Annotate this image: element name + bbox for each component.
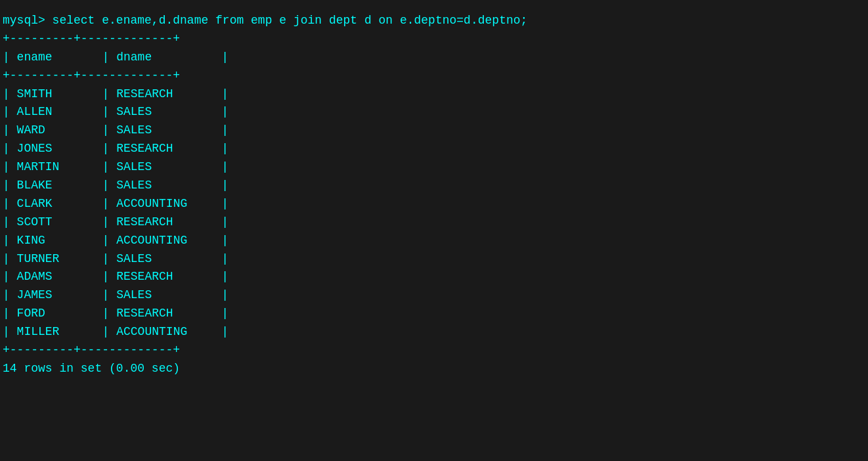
- cell-dname: SALES: [116, 158, 221, 177]
- table-row: | SMITH | RESEARCH|: [0, 85, 868, 104]
- header-ename: ename: [17, 49, 102, 67]
- cell-dname: SALES: [116, 286, 221, 305]
- table-row: | TURNER | SALES|: [0, 250, 868, 269]
- cell-ename: CLARK: [17, 195, 102, 213]
- table-row: | ADAMS | RESEARCH|: [0, 268, 868, 286]
- table-row: | BLAKE | SALES|: [0, 177, 868, 195]
- cell-ename: MARTIN: [17, 158, 102, 177]
- cell-dname: RESEARCH: [116, 85, 221, 104]
- table-row: | FORD | RESEARCH|: [0, 305, 868, 323]
- cell-ename: SCOTT: [17, 213, 102, 232]
- cell-dname: SALES: [116, 121, 221, 140]
- cell-dname: RESEARCH: [116, 268, 221, 286]
- cell-dname: SALES: [116, 177, 221, 195]
- cell-ename: MILLER: [17, 323, 102, 341]
- header-dname: dname: [116, 49, 221, 67]
- terminal-window: mysql> select e.ename,d.dname from emp e…: [0, 7, 868, 384]
- table-row: | WARD | SALES|: [0, 121, 868, 140]
- cell-dname: ACCOUNTING: [116, 195, 221, 213]
- table-row: | JAMES | SALES|: [0, 286, 868, 305]
- cell-ename: WARD: [17, 121, 102, 140]
- cell-ename: ADAMS: [17, 268, 102, 286]
- cell-dname: RESEARCH: [116, 305, 221, 323]
- border-bot: +---------+-------------+: [0, 341, 868, 360]
- table-row: | ALLEN | SALES|: [0, 103, 868, 121]
- table-body: | SMITH | RESEARCH|| ALLEN | SALES|| WAR…: [0, 85, 868, 341]
- table-row: | MILLER | ACCOUNTING|: [0, 323, 868, 341]
- cell-dname: RESEARCH: [116, 213, 221, 232]
- table-row: | JONES | RESEARCH|: [0, 140, 868, 158]
- table-row: | MARTIN | SALES|: [0, 158, 868, 177]
- border-mid: +---------+-------------+: [0, 67, 868, 85]
- cell-ename: ALLEN: [17, 103, 102, 121]
- cell-ename: TURNER: [17, 250, 102, 269]
- cell-dname: RESEARCH: [116, 140, 221, 158]
- summary-line: 14 rows in set (0.00 sec): [0, 360, 868, 378]
- cell-ename: JAMES: [17, 286, 102, 305]
- command-line: mysql> select e.ename,d.dname from emp e…: [0, 12, 868, 30]
- table-row: | KING | ACCOUNTING|: [0, 232, 868, 250]
- prompt: mysql>: [3, 14, 45, 27]
- cell-ename: KING: [17, 232, 102, 250]
- table-row: | SCOTT | RESEARCH|: [0, 213, 868, 232]
- cell-ename: SMITH: [17, 85, 102, 104]
- cell-dname: SALES: [116, 103, 221, 121]
- sql-command: select e.ename,d.dname from emp e join d…: [45, 14, 528, 27]
- cell-dname: ACCOUNTING: [116, 232, 221, 250]
- cell-ename: JONES: [17, 140, 102, 158]
- cell-ename: BLAKE: [17, 177, 102, 195]
- cell-ename: FORD: [17, 305, 102, 323]
- table-header: | ename| dname|: [0, 49, 868, 67]
- border-top: +---------+-------------+: [0, 30, 868, 49]
- table-row: | CLARK | ACCOUNTING|: [0, 195, 868, 213]
- cell-dname: ACCOUNTING: [116, 323, 221, 341]
- cell-dname: SALES: [116, 250, 221, 269]
